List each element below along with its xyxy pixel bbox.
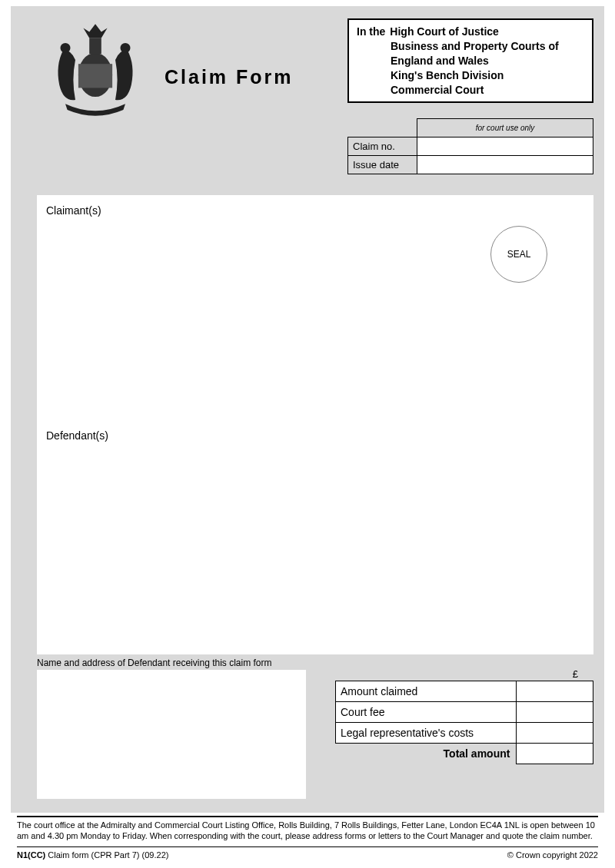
court-fee-label: Court fee bbox=[336, 702, 517, 723]
court-fee-field[interactable] bbox=[517, 702, 593, 723]
form-title: Claim Form bbox=[165, 66, 294, 88]
total-amount-label: Total amount bbox=[336, 744, 517, 764]
copyright: © Crown copyright 2022 bbox=[507, 850, 598, 861]
svg-rect-1 bbox=[89, 38, 101, 54]
claimant-label: Claimant(s) bbox=[46, 204, 101, 217]
amounts-table: Amount claimed Court fee Legal represent… bbox=[335, 681, 593, 764]
court-line2: Business and Property Courts of England … bbox=[391, 39, 584, 68]
footer: The court office at the Admiralty and Co… bbox=[17, 816, 598, 860]
claim-form-page: Claim Form In the High Court of Justice … bbox=[11, 6, 604, 813]
form-code: N1(CC) bbox=[17, 850, 45, 860]
defendant-label: Defendant(s) bbox=[46, 429, 108, 442]
for-court-use-label: for court use only bbox=[417, 119, 593, 137]
claim-meta-table: for court use only Claim no. Issue date bbox=[347, 118, 593, 174]
issue-date-field[interactable] bbox=[417, 156, 593, 174]
seal-placeholder-icon: SEAL bbox=[490, 226, 547, 283]
svg-rect-4 bbox=[78, 64, 112, 88]
defendant-receiving-field[interactable] bbox=[37, 670, 306, 799]
amount-claimed-field[interactable] bbox=[517, 681, 593, 702]
court-line4: Commercial Court bbox=[391, 83, 584, 98]
svg-point-2 bbox=[61, 43, 71, 53]
in-the-label: In the bbox=[357, 25, 385, 39]
legal-costs-label: Legal representative's costs bbox=[336, 723, 517, 744]
footer-office-text: The court office at the Admiralty and Co… bbox=[17, 820, 598, 842]
court-line3: King's Bench Division bbox=[391, 68, 584, 83]
form-description: Claim form (CPR Part 7) (09.22) bbox=[45, 850, 168, 860]
royal-crest-icon bbox=[45, 20, 145, 120]
court-line1: High Court of Justice bbox=[390, 25, 499, 39]
total-amount-field[interactable] bbox=[517, 744, 593, 764]
defendant-receiving-label: Name and address of Defendant receiving … bbox=[37, 658, 271, 668]
parties-panel: Claimant(s) Defendant(s) SEAL bbox=[37, 195, 593, 654]
currency-label: £ bbox=[573, 668, 578, 680]
claim-no-field[interactable] bbox=[417, 137, 593, 156]
claim-no-label: Claim no. bbox=[348, 137, 417, 156]
amount-claimed-label: Amount claimed bbox=[336, 681, 517, 702]
court-header-box: In the High Court of Justice Business an… bbox=[347, 18, 593, 103]
svg-point-3 bbox=[121, 43, 131, 53]
issue-date-label: Issue date bbox=[348, 156, 417, 174]
legal-costs-field[interactable] bbox=[517, 723, 593, 744]
